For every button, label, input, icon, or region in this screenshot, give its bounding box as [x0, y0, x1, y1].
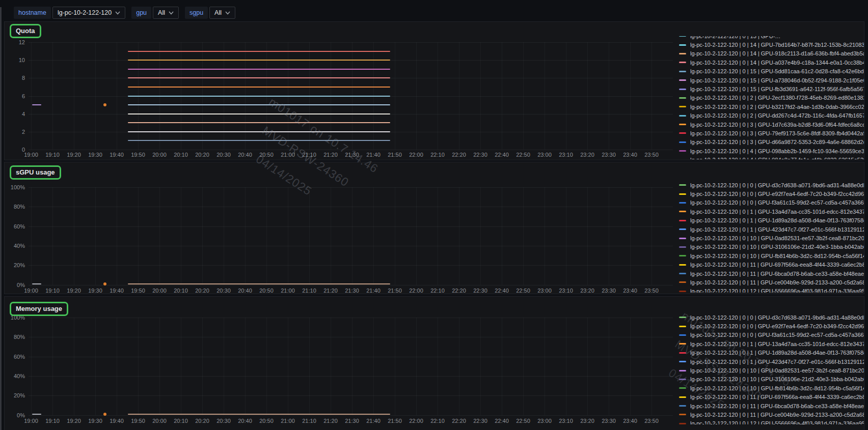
- legend-item[interactable]: lg-pc-10-2-122-120 | 0 | 0 | GPU-f3a61c1…: [679, 198, 864, 207]
- chevron-down-icon: [225, 11, 230, 15]
- legend-item[interactable]: lg-pc-10-2-122-120 | 0 | 1 | GPU-1d89a28…: [679, 216, 864, 225]
- legend-item[interactable]: lg-pc-10-2-122-120 | 0 | 14 | GPU-918c21…: [679, 49, 864, 58]
- legend-item[interactable]: lg-pc-10-2-122-120 | 0 | 4 | GPU-984e8e7…: [679, 155, 864, 159]
- x-gridline: [52, 187, 53, 285]
- y-gridline: [29, 150, 673, 150]
- legend-item[interactable]: lg-pc-10-2-122-120 | 0 | 11 | GPU-ce004b…: [679, 278, 864, 286]
- legend-item[interactable]: lg-pc-10-2-122-120 | 0 | 13 | GPU-…: [679, 36, 864, 40]
- legend-series-label: lg-pc-10-2-122-120 | 0 | 15 | GPU-a73804…: [690, 77, 864, 83]
- legend-item[interactable]: lg-pc-10-2-122-120 | 0 | 10 | GPU-fb814b…: [679, 384, 864, 392]
- legend-item[interactable]: lg-pc-10-2-122-120 | 0 | 1 | GPU-13a4d7a…: [679, 339, 864, 348]
- x-axis-tick-label: 20:40: [234, 152, 256, 158]
- legend-item[interactable]: lg-pc-10-2-122-120 | 0 | 0 | GPU-e92f7ea…: [679, 322, 864, 330]
- legend-item[interactable]: lg-pc-10-2-122-120 | 0 | 4 | GPU-098abb2…: [679, 147, 864, 155]
- legend-item[interactable]: lg-pc-10-2-122-120 | 0 | 3 | GPU-1d7c639…: [679, 120, 864, 129]
- x-gridline: [266, 318, 267, 415]
- sgpu-filter-dropdown[interactable]: All: [209, 7, 235, 19]
- gpu-filter-dropdown[interactable]: All: [153, 7, 179, 19]
- series-start-dash: [32, 104, 41, 105]
- legend-item[interactable]: lg-pc-10-2-122-120 | 0 | 15 | GPU-fb3d36…: [679, 84, 864, 93]
- x-axis-tick-label: 20:20: [191, 288, 213, 294]
- legend-item[interactable]: lg-pc-10-2-122-120 | 0 | 2 | GPU-dd267c4…: [679, 111, 864, 120]
- series-start-dash: [32, 283, 41, 284]
- legend-item[interactable]: lg-pc-10-2-122-120 | 0 | 11 | GPU-697f56…: [679, 393, 864, 402]
- legend-item[interactable]: lg-pc-10-2-122-120 | 0 | 11 | GPU-697f56…: [679, 261, 864, 269]
- data-point-dot: [103, 103, 106, 106]
- legend-item[interactable]: lg-pc-10-2-122-120 | 0 | 10 | GPU-310610…: [679, 243, 864, 251]
- x-axis-tick-label: 20:10: [170, 418, 192, 424]
- x-axis-tick-label: 19:20: [63, 418, 85, 424]
- legend-series-color-dash: [679, 317, 686, 318]
- x-gridline: [95, 318, 96, 415]
- legend-item[interactable]: lg-pc-10-2-122-120 | 0 | 3 | GPU-d66a987…: [679, 138, 864, 147]
- legend-series-label: lg-pc-10-2-122-120 | 0 | 2 | GPU-b3217fd…: [690, 104, 864, 110]
- x-axis-tick-label: 21:00: [277, 288, 299, 294]
- legend-series-label: lg-pc-10-2-122-120 | 0 | 1 | GPU-1d89a28…: [690, 217, 864, 223]
- legend-item[interactable]: lg-pc-10-2-122-120 | 0 | 0 | GPU-f3a61c1…: [679, 331, 864, 339]
- legend-series-label: lg-pc-10-2-122-120 | 0 | 10 | GPU-fb814b…: [690, 253, 864, 259]
- legend-item[interactable]: lg-pc-10-2-122-120 | 0 | 11 | GPU-ce004b…: [679, 410, 864, 419]
- x-gridline: [652, 318, 652, 415]
- legend-item[interactable]: lg-pc-10-2-122-120 | 0 | 11 | GPU-6bca0d…: [679, 269, 864, 278]
- legend-item[interactable]: lg-pc-10-2-122-120 | 0 | 15 | GPU-5dd81c…: [679, 67, 864, 76]
- legend-item[interactable]: lg-pc-10-2-122-120 | 0 | 1 | GPU-423d47c…: [679, 225, 864, 234]
- y-axis-tick-label: 40%: [5, 373, 25, 379]
- legend-item[interactable]: lg-pc-10-2-122-120 | 0 | 14 | GPU-a037e4…: [679, 58, 864, 67]
- panel-title: sGPU usage: [16, 168, 55, 176]
- x-axis-tick-label: 23:50: [640, 152, 663, 158]
- legend-series-color-dash: [679, 124, 686, 125]
- legend-series-label: lg-pc-10-2-122-120 | 0 | 3 | GPU-79ef917…: [690, 130, 864, 136]
- legend-series-color-dash: [679, 352, 686, 354]
- x-gridline: [438, 187, 438, 285]
- x-gridline: [202, 318, 203, 415]
- y-axis-tick-label: 12: [5, 39, 25, 45]
- y-gridline: [29, 357, 673, 357]
- legend: lg-pc-10-2-122-120 | 0 | 0 | GPU-d3c7d63…: [679, 181, 864, 293]
- x-axis-tick-label: 22:00: [405, 288, 427, 294]
- legend-series-label: lg-pc-10-2-122-120 | 0 | 14 | GPU-7bd164…: [690, 42, 864, 48]
- legend-item[interactable]: lg-pc-10-2-122-120 | 0 | 10 | GPU-fb814b…: [679, 251, 864, 260]
- legend-item[interactable]: lg-pc-10-2-122-120 | 0 | 2 | GPU-2ecf138…: [679, 94, 864, 102]
- legend-item[interactable]: lg-pc-10-2-122-120 | 0 | 10 | GPU-0ad825…: [679, 234, 864, 242]
- legend-series-color-dash: [679, 97, 686, 99]
- legend-series-color-dash: [679, 36, 686, 37]
- x-gridline: [117, 187, 117, 285]
- legend-item[interactable]: lg-pc-10-2-122-120 | 0 | 2 | GPU-b3217fd…: [679, 102, 864, 111]
- x-axis-tick-label: 19:50: [127, 418, 149, 424]
- panel-quota-title-highlight: Quota: [10, 24, 41, 38]
- legend-item[interactable]: lg-pc-10-2-122-120 | 0 | 14 | GPU-7bd164…: [679, 40, 864, 49]
- x-axis-tick-label: 22:00: [405, 418, 427, 424]
- legend-item[interactable]: lg-pc-10-2-122-120 | 0 | 1 | GPU-423d47c…: [679, 357, 864, 366]
- legend-item[interactable]: lg-pc-10-2-122-120 | 0 | 11 | GPU-6bca0d…: [679, 402, 864, 410]
- y-axis-tick-label: 100%: [5, 184, 25, 190]
- legend-series-color-dash: [679, 423, 686, 424]
- x-gridline: [245, 318, 246, 415]
- legend-item[interactable]: lg-pc-10-2-122-120 | 0 | 1 | GPU-13a4d7a…: [679, 207, 864, 216]
- x-gridline: [609, 318, 609, 415]
- legend-item[interactable]: lg-pc-10-2-122-120 | 0 | 12 | GPU-556669…: [679, 287, 864, 293]
- x-axis-tick-label: 22:20: [448, 288, 470, 294]
- x-axis-tick-label: 23:20: [576, 288, 599, 294]
- legend-item[interactable]: lg-pc-10-2-122-120 | 0 | 1 | GPU-1d89a28…: [679, 349, 864, 357]
- legend-item[interactable]: lg-pc-10-2-122-120 | 0 | 10 | GPU-0ad825…: [679, 366, 864, 375]
- legend-series-color-dash: [679, 396, 686, 398]
- x-gridline: [373, 318, 374, 415]
- x-gridline: [587, 318, 588, 415]
- x-axis-tick-label: 20:10: [170, 152, 192, 158]
- legend-item[interactable]: lg-pc-10-2-122-120 | 0 | 12 | GPU-556669…: [679, 419, 864, 424]
- legend-series-label: lg-pc-10-2-122-120 | 0 | 14 | GPU-a037e4…: [690, 60, 864, 66]
- y-gridline: [29, 285, 673, 285]
- x-gridline: [52, 318, 53, 415]
- x-axis-tick-label: 23:20: [576, 418, 599, 424]
- legend-item[interactable]: lg-pc-10-2-122-120 | 0 | 3 | GPU-79ef917…: [679, 129, 864, 137]
- legend-series-label: lg-pc-10-2-122-120 | 0 | 10 | GPU-310610…: [690, 244, 864, 250]
- legend-item[interactable]: lg-pc-10-2-122-120 | 0 | 15 | GPU-a73804…: [679, 76, 864, 84]
- hostname-filter-dropdown[interactable]: lg-pc-10-2-122-120: [52, 7, 125, 19]
- x-gridline: [459, 318, 459, 415]
- legend-item[interactable]: lg-pc-10-2-122-120 | 0 | 0 | GPU-e92f7ea…: [679, 189, 864, 198]
- legend-item[interactable]: lg-pc-10-2-122-120 | 0 | 0 | GPU-d3c7d63…: [679, 313, 864, 322]
- legend-item[interactable]: lg-pc-10-2-122-120 | 0 | 0 | GPU-d3c7d63…: [679, 181, 864, 189]
- y-axis-tick-label: 80%: [5, 204, 25, 210]
- legend-item[interactable]: lg-pc-10-2-122-120 | 0 | 10 | GPU-310610…: [679, 375, 864, 384]
- legend-series-label: lg-pc-10-2-122-120 | 0 | 1 | GPU-423d47c…: [690, 226, 864, 233]
